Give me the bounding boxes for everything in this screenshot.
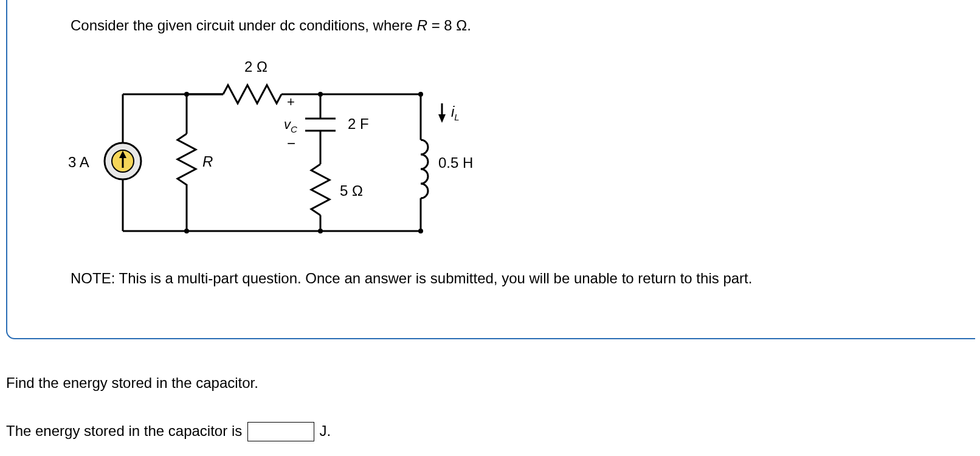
find-text: Find the energy stored in the capacitor. xyxy=(6,375,258,392)
il-label: iL xyxy=(451,103,460,122)
svg-point-23 xyxy=(318,229,323,233)
ind-label: 0.5 H xyxy=(438,154,473,171)
svg-point-24 xyxy=(418,229,423,233)
vc-minus: − xyxy=(287,135,295,151)
intro-text: Consider the given circuit under dc cond… xyxy=(71,17,471,34)
vc-label: vC xyxy=(284,117,297,134)
vc-plus: + xyxy=(287,94,295,109)
svg-marker-26 xyxy=(438,114,446,123)
svg-point-21 xyxy=(418,92,423,97)
energy-input[interactable] xyxy=(247,422,314,441)
current-source-icon xyxy=(105,143,141,179)
r-label: R xyxy=(202,153,213,170)
svg-point-20 xyxy=(318,92,323,97)
source-label: 3 A xyxy=(68,154,89,170)
il-arrow-icon xyxy=(438,103,446,123)
intro-eq: = 8 Ω. xyxy=(427,17,471,33)
circuit-diagram: 2 Ω + − vC 2 F iL 3 A R 0.5 H 5 Ω xyxy=(65,55,503,249)
r5-label: 5 Ω xyxy=(340,182,363,199)
intro-var: R xyxy=(417,17,427,33)
cap-label: 2 F xyxy=(348,116,369,132)
intro-prefix: Consider the given circuit under dc cond… xyxy=(71,17,417,33)
r2-label: 2 Ω xyxy=(244,58,267,75)
svg-point-22 xyxy=(184,229,189,233)
answer-prefix: The energy stored in the capacitor is xyxy=(6,423,246,439)
note-text: NOTE: This is a multi-part question. Onc… xyxy=(71,270,752,287)
answer-unit: J. xyxy=(316,423,331,439)
question-box: Consider the given circuit under dc cond… xyxy=(6,0,975,339)
answer-row: The energy stored in the capacitor is J. xyxy=(6,422,331,441)
svg-point-19 xyxy=(184,92,189,97)
